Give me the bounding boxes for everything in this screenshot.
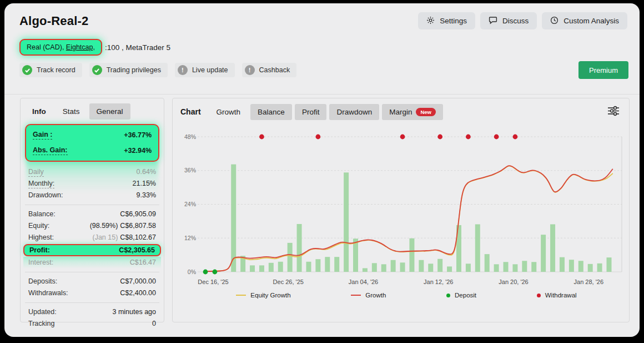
svg-text:0%: 0% bbox=[188, 269, 196, 275]
chart-header: Chart GrowthBalanceProfitDrawdownMarginN… bbox=[173, 98, 629, 123]
stat-label: Monthly: bbox=[28, 180, 54, 188]
abs-gain-label: Abs. Gain: bbox=[33, 146, 68, 155]
stat-row-updated: Updated:3 minutes ago bbox=[28, 306, 156, 318]
chat-icon bbox=[489, 16, 497, 26]
stat-value: 9.33% bbox=[137, 190, 156, 201]
chart-legend: Equity GrowthGrowthDepositWithdrawal bbox=[173, 289, 629, 299]
stat-row-daily: Daily0.64% bbox=[28, 166, 156, 178]
stat-value: (Jan 15)C$8,102.67 bbox=[93, 232, 157, 243]
chart-tab-balance[interactable]: Balance bbox=[250, 104, 292, 120]
new-badge: New bbox=[416, 108, 436, 116]
tab-info[interactable]: Info bbox=[25, 103, 53, 120]
stat-row-balance: Balance:C$6,905.09 bbox=[28, 208, 156, 220]
stat-row-monthly: Monthly:21.15% bbox=[28, 178, 156, 190]
legend-item-withdrawal[interactable]: Withdrawal bbox=[537, 292, 577, 299]
legend-label: Equity Growth bbox=[250, 292, 290, 299]
badge-cashback: !Cashback bbox=[242, 63, 297, 77]
stat-label: Drawdown: bbox=[28, 190, 63, 201]
stat-label: Profit: bbox=[29, 245, 50, 255]
chart-tab-margin[interactable]: MarginNew bbox=[382, 104, 443, 120]
check-circle-icon bbox=[22, 65, 32, 75]
chart-filter-button[interactable] bbox=[606, 105, 621, 119]
settings-button[interactable]: Settings bbox=[418, 12, 475, 29]
custom-analysis-button[interactable]: Custom Analysis bbox=[542, 12, 627, 29]
chart-panel: Chart GrowthBalanceProfitDrawdownMarginN… bbox=[172, 98, 630, 322]
verification-badges-row: Track recordTrading privileges!Live upda… bbox=[19, 61, 628, 79]
legend-dot-marker bbox=[537, 294, 541, 297]
stat-label: Balance: bbox=[28, 208, 56, 220]
legend-label: Withdrawal bbox=[545, 292, 577, 299]
stat-row-profit: Profit:C$2,305.65 bbox=[23, 244, 161, 256]
legend-item-growth[interactable]: Growth bbox=[351, 292, 386, 299]
account-meta-text: :100 , MetaTrader 5 bbox=[105, 43, 170, 52]
gain-value: +36.77% bbox=[124, 131, 152, 139]
stat-value: 3 minutes ago bbox=[112, 306, 156, 318]
svg-text:Dec 26, '25: Dec 26, '25 bbox=[273, 279, 304, 285]
legend-label: Deposit bbox=[455, 292, 476, 299]
gain-row: Gain : +36.77% bbox=[32, 127, 153, 143]
stat-row-withdrawals: Withdrawals:C$2,400.00 bbox=[28, 287, 156, 299]
account-stats-list: Daily0.64%Monthly:21.15%Drawdown:9.33%Ba… bbox=[21, 162, 164, 333]
legend-item-deposit[interactable]: Deposit bbox=[446, 292, 476, 299]
badge-track-record: Track record bbox=[19, 63, 82, 77]
stat-value: C$16.47 bbox=[130, 257, 156, 269]
legend-line-marker bbox=[236, 295, 246, 296]
header-top-row: Algo-Real-2 SettingsDiscussCustom Analys… bbox=[19, 12, 627, 29]
account-subtitle-row: Real (CAD), Eightcap, :100 , MetaTrader … bbox=[19, 38, 170, 57]
svg-text:36%: 36% bbox=[184, 167, 196, 173]
page-title: Algo-Real-2 bbox=[19, 14, 88, 28]
badge-label: Trading privileges bbox=[107, 66, 161, 74]
svg-text:Jan 12, '26: Jan 12, '26 bbox=[424, 279, 453, 285]
stat-label: Withdrawals: bbox=[28, 287, 68, 299]
stat-label: Updated: bbox=[28, 306, 57, 318]
clock-icon bbox=[550, 16, 559, 26]
tab-stats[interactable]: Stats bbox=[56, 103, 87, 120]
stat-label: Interest: bbox=[28, 257, 53, 269]
check-circle-icon bbox=[92, 65, 102, 75]
growth-chart-svg: 0%12%24%36%48%Dec 16, '25Dec 26, '25Jan … bbox=[176, 124, 627, 289]
stat-row-drawdown: Drawdown:9.33% bbox=[28, 190, 156, 201]
legend-line-marker bbox=[351, 295, 361, 296]
gear-icon bbox=[426, 16, 435, 26]
stat-value: (98.59%)C$6,807.58 bbox=[90, 220, 156, 232]
gain-highlight-box: Gain : +36.77% Abs. Gain: +32.94% bbox=[25, 124, 159, 162]
sidebar-tabs: InfoStatsGeneral bbox=[21, 98, 164, 122]
exclamation-circle-icon: ! bbox=[245, 65, 255, 75]
stat-row-highest: Highest:(Jan 15)C$8,102.67 bbox=[28, 232, 156, 243]
broker-link[interactable]: Eightcap, bbox=[66, 43, 95, 51]
badge-label: Track record bbox=[37, 66, 76, 74]
stat-value: 0 bbox=[152, 318, 156, 330]
stat-value: C$2,305.65 bbox=[119, 245, 155, 255]
chart-tab-profit[interactable]: Profit bbox=[295, 104, 327, 120]
divider bbox=[25, 205, 159, 205]
page-header: Algo-Real-2 SettingsDiscussCustom Analys… bbox=[4, 3, 640, 95]
svg-text:12%: 12% bbox=[184, 235, 196, 241]
legend-dot-marker bbox=[446, 294, 450, 297]
stat-row-tracking: Tracking0 bbox=[28, 318, 156, 330]
button-label: Settings bbox=[440, 17, 467, 25]
info-sidebar: InfoStatsGeneral Gain : +36.77% Abs. Gai… bbox=[20, 98, 164, 322]
premium-button[interactable]: Premium bbox=[578, 61, 628, 79]
stat-value: C$6,905.09 bbox=[120, 208, 156, 220]
sliders-icon bbox=[607, 110, 620, 118]
abs-gain-value: +32.94% bbox=[124, 147, 152, 155]
tab-general[interactable]: General bbox=[89, 103, 130, 120]
abs-gain-row: Abs. Gain: +32.94% bbox=[32, 143, 153, 158]
badge-label: Live update bbox=[192, 66, 228, 74]
account-type-highlight: Real (CAD), Eightcap, bbox=[19, 39, 102, 56]
discuss-button[interactable]: Discuss bbox=[480, 12, 537, 29]
stat-label: Highest: bbox=[28, 232, 54, 243]
svg-text:Jan 20, '26: Jan 20, '26 bbox=[499, 279, 528, 285]
svg-text:24%: 24% bbox=[184, 201, 196, 207]
stat-label: Tracking bbox=[28, 318, 54, 330]
stat-label: Daily bbox=[28, 168, 44, 177]
chart-tab-drawdown[interactable]: Drawdown bbox=[329, 104, 379, 120]
badge-live-update: !Live update bbox=[175, 63, 235, 77]
legend-label: Growth bbox=[365, 292, 386, 299]
stat-value: C$7,000.00 bbox=[120, 276, 156, 287]
stat-value: C$2,400.00 bbox=[120, 287, 156, 299]
legend-item-equity-growth[interactable]: Equity Growth bbox=[236, 292, 290, 299]
chart-tab-growth[interactable]: Growth bbox=[209, 104, 248, 120]
stat-label: Equity: bbox=[28, 220, 49, 232]
divider bbox=[25, 272, 159, 272]
